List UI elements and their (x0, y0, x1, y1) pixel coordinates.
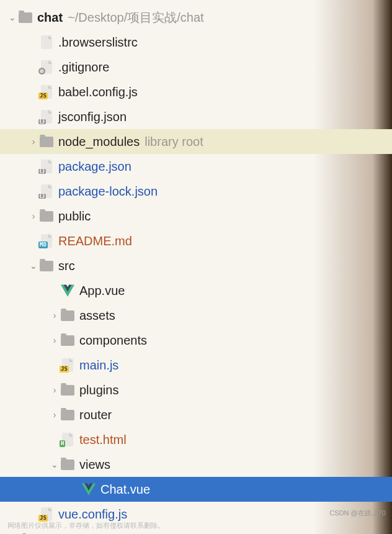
json-file-icon: {} (40, 184, 53, 198)
chevron-down-icon[interactable]: ⌄ (48, 459, 61, 469)
tree-item[interactable]: ›assets (0, 303, 392, 328)
tree-item-helper: library root (145, 135, 203, 149)
tree-item[interactable]: MDREADME.md (0, 229, 392, 253)
tree-item-label: src (58, 259, 75, 273)
tree-item-label: views (79, 458, 110, 472)
tree-item[interactable]: JSmain.js (0, 353, 392, 378)
js-file-icon: JS (40, 85, 53, 99)
html-file-icon: H (61, 433, 74, 446)
tree-item-label: public (58, 209, 91, 224)
tree-item-label: External Libraries (37, 532, 134, 535)
tree-item[interactable]: ⌄views (0, 452, 392, 477)
tree-item[interactable]: ›public (0, 204, 392, 229)
folder-icon (19, 11, 32, 24)
md-file-icon: MD (40, 234, 53, 248)
tree-item[interactable]: ›node_moduleslibrary root (0, 129, 392, 154)
watermark-secondary: 网络图片仅供展示，非存储，如有侵权请联系删除。 (7, 521, 164, 530)
tree-item-label: vue.config.js (58, 507, 127, 522)
folder-icon (40, 259, 53, 273)
folder-icon (61, 383, 74, 397)
watermark: CSDN @在路上70 (329, 509, 386, 518)
tree-item-label: assets (79, 309, 115, 323)
tree-item-label: package.json (58, 160, 131, 174)
tree-item-label: package-lock.json (58, 184, 158, 199)
tree-item[interactable]: Htest.html (0, 427, 392, 452)
chevron-right-icon[interactable]: › (48, 385, 61, 395)
vue-icon (61, 284, 74, 297)
chevron-right-icon[interactable]: › (48, 410, 61, 420)
vue-icon (82, 483, 96, 496)
tree-item[interactable]: ⊘.gitignore (0, 55, 392, 79)
chevron-right-icon[interactable]: › (27, 137, 40, 147)
tree-item[interactable]: ›components (0, 328, 392, 353)
chevron-right-icon[interactable]: › (48, 335, 61, 345)
tree-item[interactable]: ⌄chat~/Desktop/项目实战/chat (0, 5, 392, 30)
project-tree: ⌄chat~/Desktop/项目实战/chat.browserslistrc⊘… (0, 0, 392, 534)
folder-icon (61, 458, 74, 471)
tree-item[interactable]: {}jsconfig.json (0, 104, 392, 129)
tree-item[interactable]: JSbabel.config.js (0, 79, 392, 104)
tree-item[interactable]: ›plugins (0, 378, 392, 402)
tree-item[interactable]: {}package-lock.json (0, 179, 392, 204)
folder-icon (40, 135, 53, 148)
folder-icon (40, 209, 53, 223)
tree-item-label: chat (37, 11, 63, 25)
tree-item-label: README.md (58, 234, 132, 248)
gitignore-file-icon: ⊘ (40, 60, 53, 74)
tree-item-label: .browserslistrc (58, 35, 138, 50)
tree-item-label: node_modules (58, 135, 140, 149)
tree-item[interactable]: App.vue (0, 278, 392, 303)
chevron-down-icon[interactable]: ⌄ (6, 12, 19, 22)
tree-item-label: router (79, 408, 112, 422)
chevron-down-icon[interactable]: ⌄ (27, 261, 40, 271)
tree-item-label: .gitignore (58, 60, 109, 75)
tree-item-label: components (79, 333, 147, 348)
folder-icon (61, 408, 74, 422)
tree-item-label: App.vue (79, 284, 125, 298)
folder-icon (61, 333, 74, 347)
tree-item-label: jsconfig.json (58, 110, 127, 124)
tree-item[interactable]: Chat.vue (0, 477, 392, 502)
js-file-icon: JS (40, 507, 53, 521)
tree-item[interactable]: {}package.json (0, 154, 392, 179)
tree-item[interactable]: ›router (0, 402, 392, 427)
json-file-icon: {} (40, 160, 53, 173)
chevron-right-icon[interactable]: › (48, 310, 61, 320)
tree-item-label: main.js (79, 358, 118, 373)
json-file-icon: {} (40, 110, 53, 124)
js-file-icon: JS (61, 358, 74, 372)
tree-item-label: plugins (79, 383, 118, 397)
file-icon (40, 35, 53, 49)
tree-item-helper: ~/Desktop/项目实战/chat (68, 9, 204, 26)
tree-item-label: test.html (79, 433, 127, 447)
tree-item[interactable]: ⌄src (0, 253, 392, 278)
tree-item-label: babel.config.js (58, 85, 138, 99)
tree-item[interactable]: .browserslistrc (0, 30, 392, 55)
folder-icon (61, 309, 74, 322)
chevron-right-icon[interactable]: › (27, 211, 40, 221)
tree-item-label: Chat.vue (100, 482, 150, 497)
